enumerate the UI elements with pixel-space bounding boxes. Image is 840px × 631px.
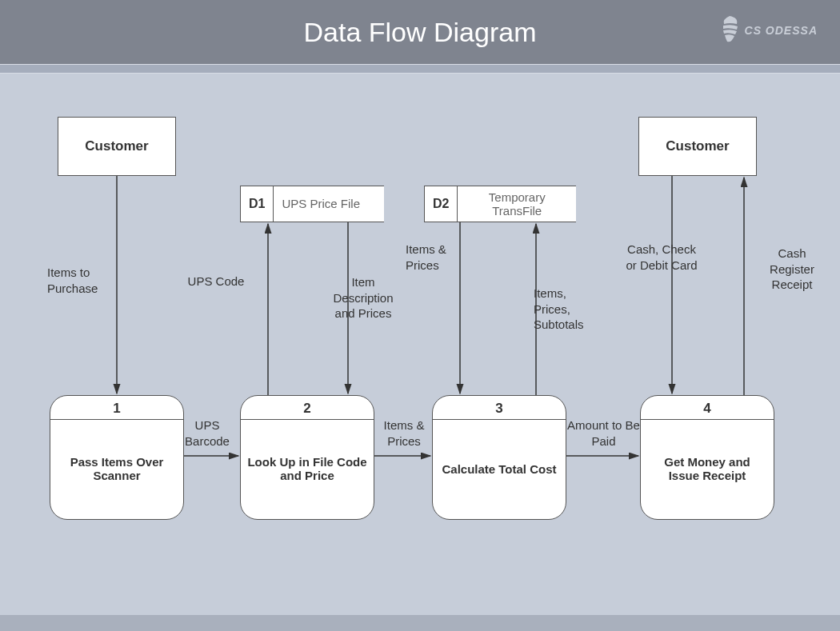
brand-logo: CS ODESSA xyxy=(718,14,818,46)
entity-customer-right: Customer xyxy=(638,117,757,176)
flow-label: Cash, Check or Debit Card xyxy=(626,242,698,273)
flow-label: Cash Register Receipt xyxy=(760,246,824,293)
process-4: 4 Get Money and Issue Receipt xyxy=(640,395,774,520)
process-label: Calculate Total Cost xyxy=(433,420,566,517)
header-band xyxy=(0,64,840,74)
datastore-id: D2 xyxy=(425,186,458,222)
entity-label: Customer xyxy=(666,138,729,154)
datastore-d2: D2 Temporary TransFile xyxy=(424,186,576,222)
header: Data Flow Diagram CS ODESSA xyxy=(0,0,840,64)
flow-label: Items, Prices, Subtotals xyxy=(534,286,606,333)
process-3: 3 Calculate Total Cost xyxy=(432,395,566,520)
process-num: 4 xyxy=(641,396,774,420)
process-label: Get Money and Issue Receipt xyxy=(641,420,774,517)
entity-customer-left: Customer xyxy=(58,117,176,176)
flow-label: Items & Prices xyxy=(376,417,432,449)
flow-label: Amount to Be Paid xyxy=(566,417,642,449)
logo-icon xyxy=(718,14,742,46)
page-title: Data Flow Diagram xyxy=(304,17,537,48)
entity-label: Customer xyxy=(85,138,148,154)
flow-label: Item Description and Prices xyxy=(323,274,403,321)
datastore-label: UPS Price File xyxy=(274,186,368,222)
process-2: 2 Look Up in File Code and Price xyxy=(240,395,374,520)
flow-label: Items & Prices xyxy=(406,242,462,273)
flow-label: UPS Barcode xyxy=(179,417,235,449)
process-1: 1 Pass Items Over Scanner xyxy=(50,395,184,520)
footer-band xyxy=(0,615,840,631)
process-label: Look Up in File Code and Price xyxy=(241,420,374,517)
diagram-canvas: Customer Customer D1 UPS Price File D2 T… xyxy=(0,74,840,631)
process-label: Pass Items Over Scanner xyxy=(50,420,183,517)
process-num: 2 xyxy=(241,396,374,420)
datastore-d1: D1 UPS Price File xyxy=(240,186,384,222)
datastore-id: D1 xyxy=(241,186,274,222)
flow-label: Items to Purchase xyxy=(47,265,122,296)
brand-text: CS ODESSA xyxy=(745,24,818,37)
process-num: 1 xyxy=(50,396,183,420)
flow-label: UPS Code xyxy=(180,274,252,290)
process-num: 3 xyxy=(433,396,566,420)
datastore-label: Temporary TransFile xyxy=(458,186,576,222)
